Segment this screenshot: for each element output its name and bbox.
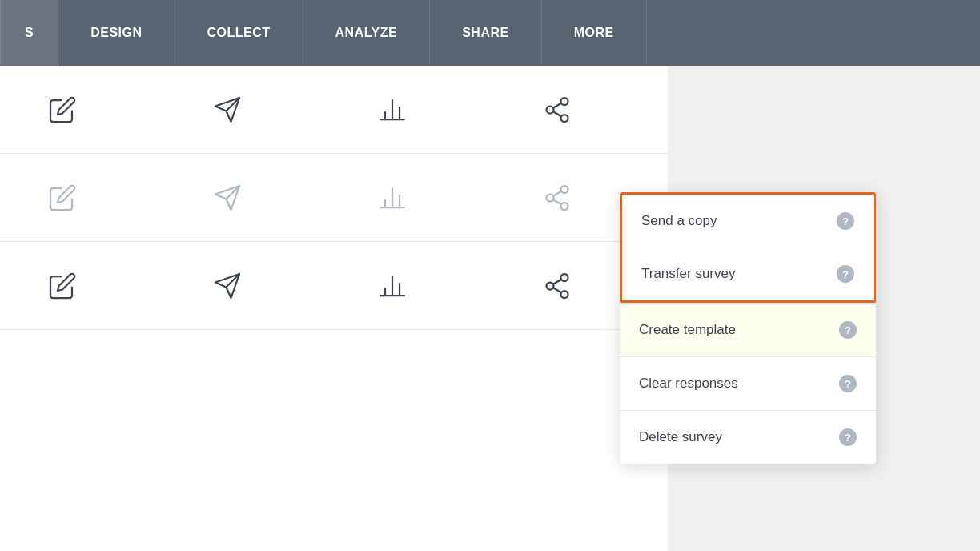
send-icon-3[interactable] (213, 271, 242, 300)
share-icon-2[interactable] (543, 183, 572, 212)
send-icon-1[interactable] (213, 95, 242, 124)
menu-item-send-copy[interactable]: Send a copy ? (620, 192, 876, 247)
chart-icon-3[interactable] (378, 271, 407, 300)
menu-item-create-template[interactable]: Create template ? (620, 304, 876, 356)
chart-icon-2[interactable] (378, 183, 407, 212)
edit-icon-1[interactable] (48, 95, 77, 124)
edit-icon-3[interactable] (48, 271, 77, 300)
nav-item-collect[interactable]: COLLECT (175, 0, 303, 66)
share-icon-1[interactable] (543, 95, 572, 124)
svg-line-10 (553, 103, 561, 107)
menu-item-delete-survey[interactable]: Delete survey ? (620, 411, 876, 464)
nav-label-collect: COLLECT (207, 26, 271, 40)
nav-item-s[interactable]: S (0, 0, 58, 66)
menu-item-label-transfer-survey: Transfer survey (641, 266, 735, 282)
help-icon-transfer-survey[interactable]: ? (837, 265, 854, 283)
nav-label-share: SHARE (462, 26, 509, 40)
menu-item-label-delete-survey: Delete survey (639, 429, 722, 445)
svg-point-18 (547, 194, 554, 201)
svg-line-20 (553, 199, 561, 204)
menu-item-label-create-template: Create template (639, 322, 736, 338)
svg-point-6 (561, 98, 568, 105)
svg-line-31 (553, 288, 561, 292)
share-icon-3[interactable] (543, 271, 572, 300)
nav-item-more[interactable]: MORE (542, 0, 647, 66)
nav-item-analyze[interactable]: ANALYZE (303, 0, 431, 66)
svg-point-29 (547, 282, 554, 289)
nav-bar: S DESIGN COLLECT ANALYZE SHARE MORE (0, 0, 980, 66)
edit-icon-2[interactable] (48, 183, 77, 212)
menu-item-label-clear-responses: Clear responses (639, 376, 738, 392)
nav-label-s: S (25, 26, 34, 40)
help-icon-delete-survey[interactable]: ? (839, 428, 857, 446)
nav-item-design[interactable]: DESIGN (58, 0, 175, 66)
svg-point-7 (547, 106, 554, 113)
chart-icon-1[interactable] (378, 95, 407, 124)
svg-point-19 (561, 203, 568, 210)
help-icon-send-copy[interactable]: ? (837, 212, 854, 230)
nav-label-design: DESIGN (90, 26, 142, 40)
menu-item-label-send-copy: Send a copy (641, 213, 717, 229)
menu-item-transfer-survey[interactable]: Transfer survey ? (620, 247, 876, 303)
menu-item-clear-responses[interactable]: Clear responses ? (620, 357, 876, 410)
nav-label-more: MORE (574, 26, 614, 40)
nav-label-analyze: ANALYZE (335, 26, 398, 40)
svg-point-30 (561, 291, 568, 298)
svg-line-32 (553, 279, 561, 284)
svg-point-8 (561, 115, 568, 122)
dropdown-menu: Send a copy ? Transfer survey ? Create t… (620, 192, 876, 464)
main-content: Send a copy ? Transfer survey ? Create t… (0, 66, 980, 551)
svg-point-17 (561, 186, 568, 193)
help-icon-create-template[interactable]: ? (839, 321, 857, 339)
svg-line-9 (553, 111, 561, 116)
help-icon-clear-responses[interactable]: ? (839, 375, 857, 392)
svg-point-28 (561, 274, 568, 281)
send-icon-2[interactable] (213, 183, 242, 212)
svg-line-21 (553, 191, 561, 195)
nav-item-share[interactable]: SHARE (430, 0, 542, 66)
